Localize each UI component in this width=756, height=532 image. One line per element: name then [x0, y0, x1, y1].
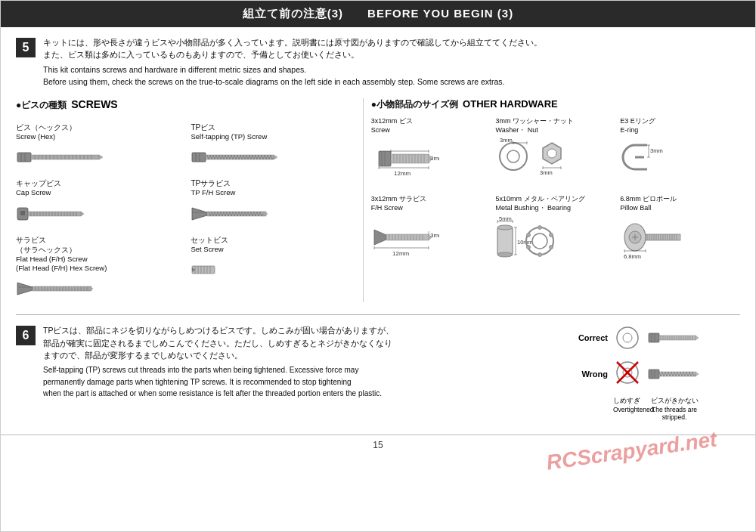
screw-item-tp-flat: TPサラビス TP F/H Screw [191, 178, 355, 227]
section-5-jp: キットには、形や長さが違うビスや小物部品が多く入っています。説明書には原寸図があ… [43, 36, 542, 61]
tp-screw-label: TPビス Self-tapping (TP) Screw [191, 122, 355, 141]
section-6-right: Correct [566, 324, 740, 421]
screws-header-en: SCREWS [71, 98, 117, 110]
flat-hex-screw-label: サラビス（サラヘックス） Flat Head (F/H) Screw(Flat … [16, 235, 180, 274]
fh-screw-diagram: 3mm 12mm [371, 215, 439, 268]
stripped-label: ビスがきかない The threads are stripped. [648, 397, 701, 421]
svg-text:6.8mm: 6.8mm [624, 253, 641, 260]
correct-screw-svg [647, 324, 700, 351]
svg-marker-27 [20, 211, 25, 215]
svg-point-158 [549, 233, 553, 237]
svg-point-156 [532, 234, 547, 249]
section-6-en1: Self-tapping (TP) screws cut threads int… [43, 364, 559, 376]
nut-diagram: 3mm [538, 135, 565, 190]
wrong-label: Wrong [566, 370, 608, 379]
hardware-header-en: OTHER HARDWARE [463, 98, 558, 110]
svg-marker-207 [696, 336, 699, 340]
svg-rect-21 [192, 153, 206, 162]
svg-rect-72 [192, 266, 215, 274]
washer-svg: 3mm [496, 135, 531, 187]
hw-item-bearing: 5x10mm メタル・ベアリング Metal Bushing・ Bearing [496, 195, 616, 267]
screws-header-row: ●ビスの種類 SCREWS [16, 98, 355, 116]
two-col-layout: ●ビスの種類 SCREWS ビス（ヘックス） Screw (Hex) [16, 98, 740, 302]
svg-marker-20 [99, 155, 103, 159]
hardware-column: ●小物部品のサイズ例 OTHER HARDWARE 3x12mm ビス Scre… [364, 98, 740, 302]
wrong-row: Wrong [566, 359, 740, 389]
svg-marker-50 [17, 283, 33, 295]
pillow-ball-diagram: 6.8mm [620, 215, 688, 268]
hw-item-pillow-ball: 6.8mm ピロボール Pillow Ball [620, 195, 740, 267]
svg-rect-212 [649, 370, 659, 379]
screw-item-flat-hex: サラビス（サラヘックス） Flat Head (F/H) Screw(Flat … [16, 235, 180, 303]
section-6-text: TPビスは、部品にネジを切りながらしめつけるビスです。しめこみが固い場合がありま… [43, 324, 559, 399]
page: 組立て前の注意(3) BEFORE YOU BEGIN (3) 5 キットには、… [0, 0, 756, 532]
flat-hex-screw-img [16, 275, 180, 302]
section-6-en3: when the part is attached or when some r… [43, 388, 559, 400]
hex-screw-svg [16, 147, 107, 168]
e-ring-diagram: 3mm [620, 136, 673, 189]
svg-point-157 [538, 225, 541, 229]
hw-item-3x12-screw: 3x12mm ビス Screw [371, 117, 491, 189]
section-5: 5 キットには、形や長さが違うビスや小物部品が多く入っています。説明書には原寸図… [16, 36, 740, 88]
set-screw-label: セットビス Set Screw [191, 235, 355, 254]
svg-point-145 [497, 225, 513, 230]
page-header: 組立て前の注意(3) BEFORE YOU BEGIN (3) [1, 1, 755, 27]
tp-flat-screw-svg [191, 202, 274, 226]
svg-point-161 [526, 245, 530, 249]
section-5-number: 5 [16, 38, 36, 57]
hardware-header-jp: ●小物部品のサイズ例 [371, 98, 458, 111]
cap-screw-img [16, 200, 180, 227]
svg-point-111 [547, 149, 556, 158]
screws-column: ●ビスの種類 SCREWS ビス（ヘックス） Screw (Hex) [16, 98, 364, 302]
bearing-diagram: 5mm 10mm [496, 215, 556, 268]
svg-text:3mm: 3mm [540, 169, 553, 176]
section-6-jp: TPビスは、部品にネジを切りながらしめつけるビスです。しめこみが固い場合がありま… [43, 324, 559, 361]
correct-row: Correct [566, 324, 740, 351]
svg-rect-0 [17, 153, 31, 162]
svg-rect-83 [391, 154, 429, 163]
screw-item-hex: ビス（ヘックス） Screw (Hex) [16, 122, 180, 171]
screw-grid: ビス（ヘックス） Screw (Hex) [16, 122, 355, 302]
header-title: 組立て前の注意(3) BEFORE YOU BEGIN (3) [243, 7, 513, 20]
svg-point-105 [507, 150, 519, 162]
svg-text:12mm: 12mm [394, 170, 411, 177]
hex-screw-img [16, 144, 180, 171]
svg-rect-28 [28, 212, 81, 216]
overtightened-label: しめすぎ Overtightened. [613, 397, 640, 421]
section-5-text: キットには、形や長さが違うビスや小物部品が多く入っています。説明書には原寸図があ… [43, 36, 542, 88]
svg-text:12mm: 12mm [392, 250, 410, 257]
svg-text:3mm: 3mm [430, 232, 439, 239]
section-5-en1: This kit contains screws and hardware in… [43, 63, 542, 76]
svg-marker-25 [274, 155, 277, 159]
wrong-screw-svg [647, 360, 700, 388]
page-number: 15 [1, 435, 755, 453]
section-6: 6 TPビスは、部品にネジを切りながらしめつけるビスです。しめこみが固い場合があ… [16, 314, 740, 421]
svg-point-160 [538, 252, 541, 256]
tp-flat-screw-label: TPサラビス TP F/H Screw [191, 178, 355, 197]
section-6-en2: permanently damage parts when tightening… [43, 376, 559, 388]
tp-flat-screw-img [191, 200, 355, 227]
svg-point-159 [549, 245, 553, 249]
svg-marker-123 [374, 230, 386, 245]
washer-nut-diagram: 3mm [496, 136, 565, 189]
pillow-ball-svg: 6.8mm [620, 215, 688, 266]
correct-label: Correct [566, 333, 608, 342]
screw-item-cap: キャップビス Cap Screw [16, 178, 180, 227]
cap-screw-label: キャップビス Cap Screw [16, 178, 180, 197]
fh-screw-svg: 3mm 12mm [371, 215, 439, 266]
svg-rect-144 [497, 227, 513, 255]
section-5-en2: Before using them, check the screws on t… [43, 76, 542, 88]
correct-circle-svg [614, 324, 641, 351]
svg-marker-46 [192, 208, 207, 220]
svg-rect-191 [659, 336, 696, 340]
svg-text:3mm: 3mm [500, 137, 513, 144]
hex-screw-label: ビス（ヘックス） Screw (Hex) [16, 122, 180, 141]
svg-point-104 [500, 143, 527, 170]
wrong-labels: しめすぎ Overtightened. ビスがきかない The threads … [566, 397, 740, 421]
hw-item-fh-screw: 3x12mm サラビス F/H Screw [371, 195, 491, 267]
svg-text:10mm: 10mm [517, 239, 533, 246]
svg-text:5mm: 5mm [499, 215, 512, 222]
washer-diagram: 3mm [496, 135, 531, 190]
svg-marker-45 [81, 212, 84, 216]
tp-screw-img [191, 144, 355, 171]
